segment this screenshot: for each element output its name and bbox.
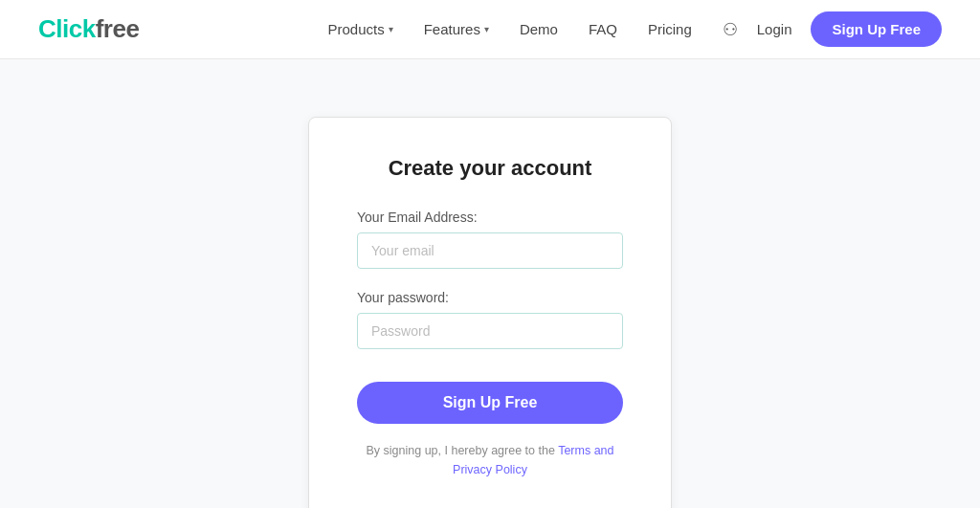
nav-links: Products ▾ Features ▾ Demo FAQ Pricing [327, 21, 691, 38]
nav-signup-button[interactable]: Sign Up Free [811, 11, 942, 47]
nav-item-demo[interactable]: Demo [520, 21, 558, 38]
email-label: Your Email Address: [357, 210, 623, 225]
nav-item-pricing[interactable]: Pricing [648, 21, 692, 38]
card-title: Create your account [357, 156, 623, 181]
email-group: Your Email Address: [357, 210, 623, 269]
nav-item-products[interactable]: Products ▾ [327, 21, 392, 37]
password-input[interactable] [357, 313, 623, 349]
main-content: Create your account Your Email Address: … [0, 59, 980, 508]
nav-item-features[interactable]: Features ▾ [424, 21, 489, 37]
password-group: Your password: [357, 290, 623, 349]
logo[interactable]: Clickfree [38, 14, 139, 44]
terms-text: By signing up, I hereby agree to the Ter… [357, 441, 623, 479]
nav-item-faq[interactable]: FAQ [589, 21, 617, 38]
login-link[interactable]: Login [757, 21, 792, 37]
email-input[interactable] [357, 232, 623, 269]
password-label: Your password: [357, 290, 623, 305]
chevron-down-icon: ▾ [389, 24, 393, 34]
chevron-down-icon: ▾ [484, 24, 489, 34]
main-nav: Clickfree Products ▾ Features ▾ Demo FAQ… [0, 0, 980, 59]
nav-login-area: ⚇ Login Sign Up Free [723, 11, 942, 47]
signup-button[interactable]: Sign Up Free [357, 382, 623, 424]
signup-card: Create your account Your Email Address: … [308, 117, 672, 508]
user-icon: ⚇ [723, 19, 738, 40]
